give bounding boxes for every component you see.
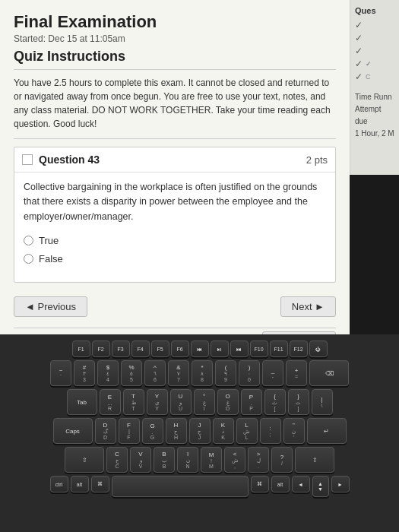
key-u[interactable]: P.P xyxy=(241,389,262,415)
key-power[interactable]: ⏻ xyxy=(309,340,328,357)
key-f1[interactable]: F1 xyxy=(72,340,90,357)
check-icon: ✓ xyxy=(355,71,363,82)
asdf-row: Caps DگD FإF G.G HحH JجJ KذK LشL :; "ن' … xyxy=(3,418,396,444)
key-4[interactable]: ^٦6 xyxy=(144,360,166,386)
key-f9[interactable]: ⏭ xyxy=(230,340,249,357)
key-backtick[interactable]: ~` xyxy=(50,360,71,386)
key-n[interactable]: <ش, xyxy=(224,447,245,473)
question-header-left: Question 43 xyxy=(22,154,100,166)
key-tab[interactable]: Tab xyxy=(67,389,97,415)
key-shift-right[interactable]: ⇧ xyxy=(295,447,334,473)
qwerty-row: Tab E...R TطT YيY UوU °عI OغO P.P {ث[ }ت… xyxy=(3,389,396,415)
key-i[interactable]: {ث[ xyxy=(264,389,286,415)
question-points: 2 pts xyxy=(306,154,328,166)
key-6[interactable]: *٨8 xyxy=(192,360,213,386)
key-s[interactable]: FإF xyxy=(119,418,140,444)
key-f10[interactable]: F10 xyxy=(250,340,268,357)
previous-button[interactable]: ◄ Previous xyxy=(14,296,87,317)
answer-option-false[interactable]: False xyxy=(24,253,326,264)
key-t[interactable]: °عI xyxy=(194,389,215,415)
check-item: ✓ xyxy=(355,46,394,56)
key-r[interactable]: UوU xyxy=(170,389,192,415)
key-v[interactable]: îنN xyxy=(177,447,198,473)
key-1[interactable]: #٣3 xyxy=(74,360,95,386)
key-cmd-right[interactable]: ⌘ xyxy=(251,476,269,492)
key-ctrl-left[interactable]: ctrl xyxy=(50,476,68,492)
radio-false[interactable] xyxy=(24,254,33,264)
fn-row: F1 F2 F3 F4 F5 F6 ⏮ ⏯ ⏭ F10 F11 F12 ⏻ xyxy=(3,340,396,357)
key-d[interactable]: G.G xyxy=(142,418,163,444)
key-5[interactable]: &٧7 xyxy=(168,360,189,386)
key-alt-right[interactable]: alt xyxy=(271,476,290,492)
key-f2[interactable]: F2 xyxy=(92,340,110,357)
key-b[interactable]: M!M xyxy=(201,447,222,473)
key-f12[interactable]: F12 xyxy=(290,340,308,357)
key-e[interactable]: YيY xyxy=(147,389,168,415)
check-item: ✓ xyxy=(355,20,394,30)
key-arrow-up-down[interactable]: ▲ ▼ xyxy=(312,476,329,497)
key-z[interactable]: CجC xyxy=(106,447,128,473)
check-icon: ✓ xyxy=(355,33,363,43)
key-3[interactable]: %٥5 xyxy=(121,360,142,386)
key-o[interactable]: }ت] xyxy=(288,389,309,415)
key-l[interactable]: "ن' xyxy=(283,418,305,444)
space-row: ctrl alt ⌘ ⌘ alt ◄ ▲ ▼ ► xyxy=(3,476,396,497)
key-0[interactable]: += xyxy=(286,360,307,386)
key-space[interactable] xyxy=(112,476,249,497)
check-icon: ✓ xyxy=(355,20,363,30)
instructions-text: You have 2.5 hours to complete this exam… xyxy=(14,76,336,139)
key-alt-left[interactable]: alt xyxy=(71,476,89,492)
question-checkbox[interactable] xyxy=(22,154,33,165)
key-f6[interactable]: F6 xyxy=(171,340,189,357)
main-content: Final Examination Started: Dec 15 at 11:… xyxy=(0,0,350,363)
key-k[interactable]: :; xyxy=(260,418,281,444)
key-q[interactable]: E...R xyxy=(100,389,121,415)
key-arrow-right[interactable]: ► xyxy=(331,476,350,492)
key-f3[interactable]: F3 xyxy=(112,340,130,357)
check-icon: ✓ xyxy=(355,59,363,69)
key-enter[interactable]: ↵ xyxy=(307,418,347,444)
check-item: ✓✓ xyxy=(355,59,394,69)
right-panel: Ques ✓ ✓ ✓ ✓✓ ✓C Time Runn Attempt due 1… xyxy=(350,0,399,175)
key-f11[interactable]: F11 xyxy=(270,340,288,357)
key-backspace[interactable]: ⌫ xyxy=(309,360,349,386)
key-shift-left[interactable]: ⇧ xyxy=(65,447,104,473)
right-panel-title: Ques xyxy=(355,6,394,15)
number-row: ~` #٣3 $٤4 %٥5 ^٦6 &٧7 *٨8 (٩9 )٠0 _- +=… xyxy=(3,360,396,386)
key-m[interactable]: >ل. xyxy=(248,447,269,473)
question-body: Collective bargaining in the workplace i… xyxy=(14,173,335,282)
key-j[interactable]: LشL xyxy=(236,418,258,444)
answer-true-label: True xyxy=(39,235,59,246)
key-7[interactable]: (٩9 xyxy=(215,360,236,386)
key-f[interactable]: HحH xyxy=(166,418,187,444)
key-h[interactable]: KذK xyxy=(213,418,234,444)
key-8[interactable]: )٠0 xyxy=(239,360,260,386)
key-caps[interactable]: Caps xyxy=(53,418,93,444)
next-button[interactable]: Next ► xyxy=(280,296,336,317)
key-2[interactable]: $٤4 xyxy=(97,360,119,386)
key-y[interactable]: OغO xyxy=(217,389,239,415)
answer-option-true[interactable]: True xyxy=(24,235,326,246)
time-info: Time Runn Attempt due 1 Hour, 2 M xyxy=(355,91,394,140)
key-9[interactable]: _- xyxy=(262,360,283,386)
key-cmd-left[interactable]: ⌘ xyxy=(91,476,109,492)
key-a[interactable]: DگD xyxy=(95,418,116,444)
key-g[interactable]: JجJ xyxy=(189,418,211,444)
key-comma[interactable]: ?/ xyxy=(271,447,293,473)
question-text: Collective bargaining in the workplace i… xyxy=(24,180,326,224)
key-f5[interactable]: F5 xyxy=(151,340,169,357)
check-item: ✓C xyxy=(355,71,394,82)
key-f4[interactable]: F4 xyxy=(131,340,150,357)
key-x[interactable]: VوV xyxy=(130,447,151,473)
question-checklist: ✓ ✓ ✓ ✓✓ ✓C xyxy=(355,20,394,82)
key-f8[interactable]: ⏯ xyxy=(211,340,229,357)
key-p[interactable]: |\ xyxy=(312,389,333,415)
key-f7[interactable]: ⏮ xyxy=(191,340,209,357)
key-c[interactable]: BبB xyxy=(154,447,175,473)
key-arrow-left[interactable]: ◄ xyxy=(292,476,310,492)
navigation-bar: ◄ Previous Next ► xyxy=(14,292,336,323)
key-w[interactable]: TطT xyxy=(123,389,144,415)
radio-true[interactable] xyxy=(24,236,33,245)
quiz-instructions-title: Quiz Instructions xyxy=(14,49,336,70)
question-header: Question 43 2 pts xyxy=(14,147,335,173)
